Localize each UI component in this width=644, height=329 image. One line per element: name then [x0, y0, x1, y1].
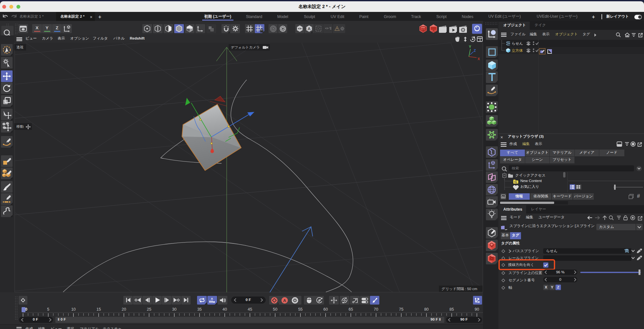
svg-text:RV: RV — [421, 27, 425, 30]
svg-text:Y: Y — [469, 45, 471, 49]
svg-text:A: A — [308, 26, 311, 31]
svg-text:Z: Z — [474, 49, 476, 52]
svg-text:A: A — [283, 298, 286, 303]
svg-text:X: X — [478, 57, 480, 60]
svg-text:A: A — [211, 297, 213, 300]
